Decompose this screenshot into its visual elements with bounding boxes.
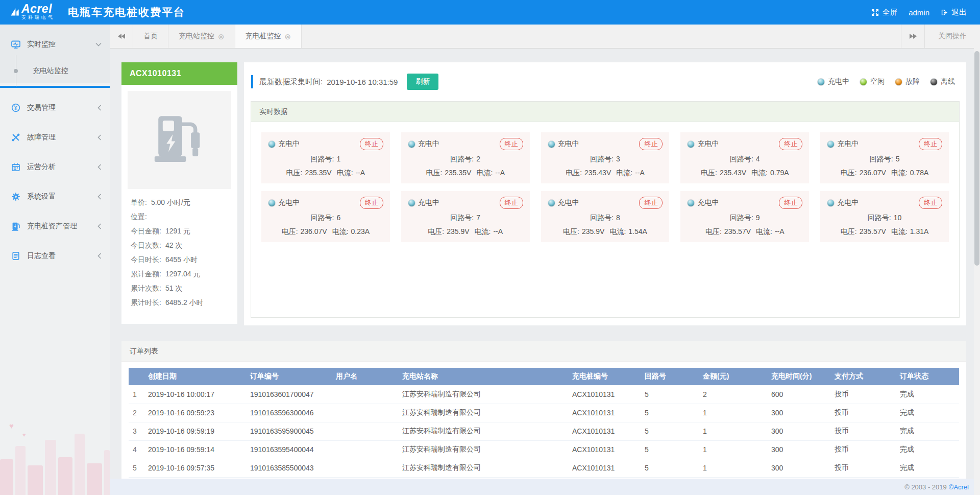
- circuit-card-3: 充电中终止 回路号:3 电压:235.43V电流:--A: [541, 132, 670, 183]
- transaction-icon: [11, 103, 20, 112]
- double-chevron-right-icon: [909, 33, 917, 39]
- log-icon: [11, 251, 20, 261]
- tab-pile-monitor[interactable]: 充电桩监控 ⊗: [235, 25, 302, 48]
- charging-status-icon: [817, 78, 825, 86]
- col-station: 充电站名称: [398, 368, 568, 385]
- voltage-value: 235.57V: [724, 227, 751, 235]
- refresh-button[interactable]: 刷新: [407, 74, 438, 90]
- sidebar-item-faults[interactable]: 故障管理: [0, 123, 110, 152]
- sidebar-item-label: 充电桩资产管理: [27, 222, 77, 231]
- terminate-button[interactable]: 终止: [919, 138, 942, 150]
- circuit-card-1: 充电中终止 回路号:1 电压:235.35V电流:--A: [261, 132, 390, 183]
- scrollbar-thumb[interactable]: [974, 51, 979, 266]
- sidebar-item-realtime-monitor[interactable]: 实时监控: [0, 33, 110, 56]
- sidebar: 实时监控 充电站监控 交易管理: [0, 25, 110, 495]
- order-row[interactable]: 32019-10-16 09:59:191910163595900045江苏安科…: [129, 422, 959, 440]
- order-row[interactable]: 22019-10-16 09:59:231910163596300046江苏安科…: [129, 404, 959, 422]
- close-icon[interactable]: ⊗: [218, 33, 225, 40]
- order-row[interactable]: 42019-10-16 09:59:141910163595400044江苏安科…: [129, 440, 959, 459]
- legend-offline: 离线: [930, 77, 955, 86]
- collect-time-value: 2019-10-16 10:31:59: [327, 78, 398, 86]
- realtime-data-title: 实时数据: [251, 102, 959, 122]
- order-row[interactable]: 52019-10-16 09:57:351910163585500043江苏安科…: [129, 459, 959, 477]
- charging-pile-asset-icon: [11, 222, 20, 231]
- sidebar-item-label: 实时监控: [27, 40, 56, 49]
- stat-total-count: 累计次数:51 次: [131, 281, 228, 295]
- orders-panel: 订单列表 创建日期 订单编号 用户名 充电站名称: [121, 341, 966, 479]
- terminate-button[interactable]: 终止: [919, 197, 942, 209]
- charging-status-icon: [268, 140, 276, 148]
- charging-status-icon: [548, 140, 555, 148]
- device-card: ACX1010131: [121, 62, 237, 324]
- circuit-number: 8: [616, 214, 620, 222]
- sidebar-item-station-monitor[interactable]: 充电站监控: [0, 59, 110, 83]
- circuit-number: 1: [336, 155, 340, 163]
- current-value: 0.79A: [770, 169, 789, 177]
- close-operations-button[interactable]: 关闭操作: [924, 25, 980, 48]
- terminate-button[interactable]: 终止: [779, 197, 802, 209]
- logo-text: Acrel: [21, 4, 55, 14]
- logout-label: 退出: [951, 8, 967, 17]
- tab-bar: 首页 充电站监控 ⊗ 充电桩监控 ⊗ 关闭操作: [110, 25, 980, 49]
- fullscreen-button[interactable]: 全屏: [871, 8, 897, 17]
- voltage-value: 235.43V: [584, 169, 611, 177]
- device-stats: 单价:5.00 小时/元 位置: 今日金额:1291 元 今日次数:42 次 今…: [128, 195, 231, 310]
- stat-total-amount: 累计金额:1297.04 元: [131, 267, 228, 281]
- close-icon[interactable]: ⊗: [285, 33, 291, 40]
- sidebar-item-transactions[interactable]: 交易管理: [0, 93, 110, 123]
- app-header: Acrel 安科瑞电气 电瓶车充电桩收费平台 全屏 admin: [0, 0, 980, 25]
- chevron-left-icon: [97, 194, 102, 200]
- sidebar-item-operations-analysis[interactable]: 运营分析: [0, 152, 110, 182]
- monitor-icon: [11, 40, 20, 49]
- circuit-number: 10: [894, 214, 902, 222]
- current-value: 1.31A: [910, 227, 929, 235]
- circuit-card-7: 充电中终止 回路号:7 电压:235.9V电流:--A: [401, 191, 530, 242]
- tab-station-monitor[interactable]: 充电站监控 ⊗: [168, 25, 235, 48]
- terminate-button[interactable]: 终止: [360, 138, 383, 150]
- terminate-button[interactable]: 终止: [360, 197, 383, 209]
- terminate-button[interactable]: 终止: [500, 197, 523, 209]
- sidebar-item-label: 故障管理: [27, 133, 56, 142]
- logout-button[interactable]: 退出: [941, 8, 967, 17]
- status-legend: 充电中 空闲 故障 离线: [817, 77, 955, 86]
- col-payment: 支付方式: [830, 368, 896, 385]
- terminate-button[interactable]: 终止: [779, 138, 802, 150]
- stat-location: 位置:: [131, 209, 228, 224]
- copyright-text: © 2003 - 2019: [904, 483, 947, 491]
- tabs-scroll-right-button[interactable]: [901, 25, 924, 48]
- charging-status-icon: [827, 140, 835, 148]
- circuit-card-6: 充电中终止 回路号:6 电压:236.07V电流:0.23A: [261, 191, 390, 242]
- device-id: ACX1010131: [121, 62, 237, 85]
- double-chevron-left-icon: [117, 33, 126, 39]
- orders-header-row: 创建日期 订单编号 用户名 充电站名称 充电桩编号 回路号 金额(元) 充电时间…: [129, 368, 959, 385]
- voltage-value: 235.57V: [860, 227, 886, 235]
- circuit-number: 3: [616, 155, 620, 163]
- charging-status-icon: [268, 199, 276, 207]
- terminate-button[interactable]: 终止: [639, 197, 663, 209]
- app-root: Acrel 安科瑞电气 电瓶车充电桩收费平台 全屏 admin: [0, 0, 980, 495]
- footer: © 2003 - 2019 ©Acrel: [110, 479, 980, 495]
- terminate-button[interactable]: 终止: [500, 138, 523, 150]
- username[interactable]: admin: [909, 8, 929, 17]
- tab-home[interactable]: 首页: [133, 25, 168, 48]
- current-value: --A: [775, 227, 785, 235]
- current-value: 0.78A: [910, 169, 929, 177]
- chevron-left-icon: [97, 223, 102, 229]
- col-pile-no: 充电桩编号: [568, 368, 641, 385]
- tab-label: 首页: [143, 32, 158, 41]
- terminate-button[interactable]: 终止: [639, 138, 663, 150]
- circuit-card-9: 充电中终止 回路号:9 电压:235.57V电流:--A: [680, 191, 809, 242]
- order-row[interactable]: 12019-10-16 10:00:171910163601700047江苏安科…: [129, 385, 959, 404]
- sidebar-item-settings[interactable]: 系统设置: [0, 182, 110, 211]
- offline-status-icon: [930, 78, 938, 86]
- realtime-monitor-panel: 最新数据采集时间: 2019-10-16 10:31:59 刷新 充电中 空闲 …: [244, 62, 966, 325]
- fullscreen-icon: [871, 9, 879, 16]
- sidebar-item-logs[interactable]: 日志查看: [0, 241, 110, 271]
- sidebar-item-pile-assets[interactable]: 充电桩资产管理: [0, 211, 110, 241]
- orders-panel-title: 订单列表: [121, 341, 966, 362]
- sidebar-item-label: 日志查看: [27, 251, 56, 261]
- tabs-scroll-left-button[interactable]: [110, 25, 133, 48]
- voltage-value: 235.35V: [305, 169, 331, 177]
- acrel-link[interactable]: ©Acrel: [949, 483, 969, 491]
- scrollbar-track[interactable]: [974, 25, 980, 495]
